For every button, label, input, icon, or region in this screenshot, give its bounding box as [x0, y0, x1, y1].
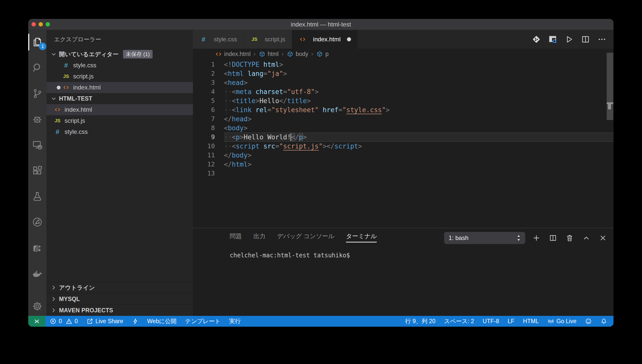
zoom-window-button[interactable] [46, 22, 50, 26]
terminal-prompt[interactable]: chelchel-mac:html-test tatsuhiko$ [230, 252, 614, 259]
sidebar-section-アウトライン[interactable]: アウトライン [46, 282, 193, 293]
open-editor-index.html[interactable]: index.html [46, 82, 193, 93]
code-editor[interactable]: 1<!DOCTYPE html>2<html lang="ja">3<head>… [193, 59, 614, 228]
open-preview-button[interactable] [548, 34, 558, 44]
token: < [291, 133, 295, 141]
code-line-1[interactable]: 1<!DOCTYPE html> [193, 60, 614, 69]
activity-item-explorer[interactable]: 1 [28, 33, 46, 51]
kill-terminal-button[interactable] [564, 232, 575, 244]
more-actions-button[interactable] [597, 34, 607, 44]
panel-tab-デバッグ コンソール[interactable]: デバッグ コンソール [277, 228, 334, 244]
token [252, 106, 256, 114]
code-line-6[interactable]: 6··<link rel="stylesheet" href="style.cs… [193, 105, 614, 114]
activity-item-source-control[interactable] [28, 84, 46, 103]
close-panel-button[interactable] [597, 232, 608, 244]
project-section-header[interactable]: HTML-TEST [46, 93, 193, 104]
statusbar-template[interactable]: テンプレート [181, 316, 225, 327]
tree-item-index.html[interactable]: index.html [46, 104, 193, 115]
file-label: style.css [65, 128, 88, 135]
code-line-5[interactable]: 5··<title>Hello</title> [193, 96, 614, 105]
activity-item-publish[interactable] [28, 239, 46, 257]
tree-item-style.css[interactable]: #style.css [46, 126, 193, 137]
maximize-panel-button[interactable] [580, 232, 592, 244]
activity-badge: 1 [39, 43, 46, 50]
close-window-button[interactable] [32, 22, 36, 26]
activity-item-debug[interactable] [28, 110, 46, 128]
token: meta [236, 88, 252, 96]
tab-index.html[interactable]: index.html [292, 30, 358, 49]
activity-item-git-graph[interactable] [28, 213, 46, 231]
git-graph-view-button[interactable] [531, 34, 541, 44]
panel-tab-問題[interactable]: 問題 [230, 228, 242, 244]
statusbar-warnings[interactable]: 0 [64, 316, 82, 327]
split-terminal-button[interactable] [547, 232, 559, 244]
token: </ [224, 151, 232, 159]
title-bar[interactable]: index.html — html-test [28, 19, 614, 30]
statusbar-feedback[interactable] [581, 316, 596, 327]
panel-tab-出力[interactable]: 出力 [253, 228, 266, 244]
code-line-10[interactable]: 10··<script src="script.js"></script> [193, 142, 614, 151]
breadcrumb-item-html[interactable]: html [259, 51, 279, 57]
panel-tab-label: 問題 [230, 232, 242, 240]
statusbar-go-live[interactable]: Go Live [543, 316, 581, 327]
minimize-window-button[interactable] [39, 22, 43, 26]
code-line-8[interactable]: 8<body> [193, 124, 614, 133]
html-file-icon [62, 84, 70, 91]
statusbar-cursor-position[interactable]: 行 9、列 20 [401, 316, 440, 327]
code-line-12[interactable]: 12</html> [193, 160, 614, 169]
modified-dot [347, 37, 351, 41]
editor-scrollbar[interactable] [607, 53, 613, 120]
panel-tab-label: デバッグ コンソール [277, 232, 334, 240]
activity-item-remote-explorer[interactable] [28, 136, 46, 154]
statusbar-errors[interactable]: 0 [45, 316, 64, 327]
file-label: index.html [65, 106, 92, 113]
open-editor-style.css[interactable]: #style.css [46, 60, 193, 71]
statusbar-publish-web[interactable]: Webに公開 [143, 316, 181, 327]
line-content: <!DOCTYPE html> [224, 60, 614, 69]
code-line-4[interactable]: 4··<meta charset="utf-8"> [193, 87, 614, 96]
tab-label: script.js [265, 36, 285, 43]
activity-item-docker[interactable] [28, 264, 46, 283]
statusbar-lightning[interactable] [128, 316, 143, 327]
statusbar-remote-indicator[interactable] [28, 316, 45, 327]
statusbar-notifications[interactable] [596, 316, 611, 327]
activity-item-manage[interactable] [28, 297, 46, 315]
modified-dot [57, 86, 61, 89]
sidebar-section-MAVEN PROJECTS[interactable]: MAVEN PROJECTS [46, 305, 193, 316]
token: < [224, 79, 228, 86]
statusbar-run[interactable]: 実行 [225, 316, 245, 327]
tab-script.js[interactable]: JSscript.js [244, 30, 292, 49]
statusbar-live-share[interactable]: Live Share [82, 316, 128, 327]
breadcrumb-separator: › [282, 51, 284, 57]
breadcrumb-item-index.html[interactable]: index.html [215, 51, 251, 57]
breadcrumb-item-p[interactable]: p [316, 51, 329, 57]
token: title [236, 97, 255, 105]
code-line-13[interactable]: 13 [193, 169, 614, 178]
panel-tab-ターミナル[interactable]: ターミナル [346, 228, 377, 244]
tree-item-script.js[interactable]: JSscript.js [46, 115, 193, 126]
sidebar-section-MYSQL[interactable]: MYSQL [46, 293, 193, 305]
statusbar-label: LF [508, 318, 514, 325]
code-line-11[interactable]: 11</body> [193, 151, 614, 160]
run-code-button[interactable] [564, 34, 574, 44]
live-share-icon [86, 318, 93, 325]
statusbar-language-mode[interactable]: HTML [519, 316, 543, 327]
terminal-picker[interactable]: 1: bash [444, 232, 525, 244]
code-line-9[interactable]: 9··<p>Hello World!</p> [193, 133, 614, 142]
statusbar-eol[interactable]: LF [503, 316, 519, 327]
new-terminal-button[interactable] [531, 232, 542, 244]
activity-item-search[interactable] [28, 59, 46, 77]
activity-item-extensions[interactable] [28, 162, 46, 180]
breadcrumb-item-body[interactable]: body [287, 51, 308, 57]
tab-style.css[interactable]: #style.css [193, 30, 244, 49]
code-line-3[interactable]: 3<head> [193, 78, 614, 87]
code-line-2[interactable]: 2<html lang="ja"> [193, 69, 614, 78]
open-editors-header[interactable]: 開いているエディター未保存 (1) [46, 49, 193, 60]
code-line-7[interactable]: 7</head> [193, 114, 614, 124]
open-editor-script.js[interactable]: JSscript.js [46, 71, 193, 82]
split-editor-button[interactable] [580, 34, 591, 44]
breadcrumb[interactable]: index.html›html›body›p [193, 49, 614, 59]
statusbar-indentation[interactable]: スペース: 2 [440, 316, 478, 327]
activity-item-testing[interactable] [28, 187, 46, 205]
statusbar-encoding[interactable]: UTF-8 [478, 316, 503, 327]
